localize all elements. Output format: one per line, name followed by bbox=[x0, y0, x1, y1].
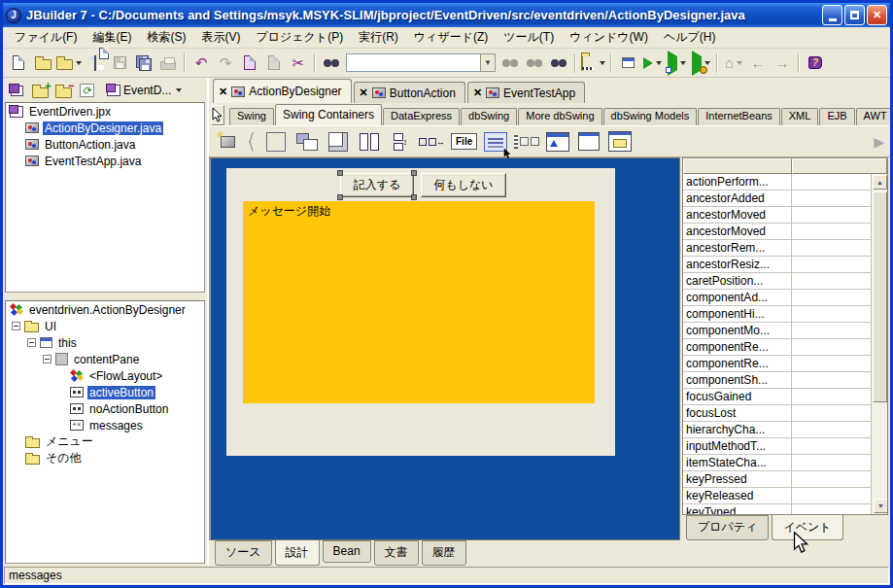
paste-button[interactable] bbox=[262, 52, 286, 75]
palette-item-panel[interactable] bbox=[263, 129, 289, 155]
structure-node-activebutton[interactable]: activeButton bbox=[6, 384, 204, 400]
designer-submit-button[interactable]: 記入する bbox=[340, 173, 414, 197]
refresh-button[interactable]: ⟳ bbox=[77, 81, 96, 100]
event-row[interactable]: actionPerform... bbox=[683, 174, 887, 190]
search-dropdown-button[interactable]: ▼ bbox=[480, 53, 496, 72]
palette-tab-swing-containers[interactable]: Swing Containers bbox=[275, 104, 382, 125]
event-row[interactable]: itemStateCha... bbox=[683, 455, 887, 471]
structure-node-flowlayout[interactable]: <FlowLayout> bbox=[6, 367, 204, 384]
find-button[interactable] bbox=[320, 52, 343, 75]
event-value-column-header[interactable] bbox=[792, 158, 887, 174]
reopen-dropdown-button[interactable] bbox=[55, 52, 83, 75]
structure-node-this[interactable]: this bbox=[6, 334, 204, 351]
event-row[interactable]: ancestorResiz... bbox=[683, 257, 887, 273]
event-name-column-header[interactable] bbox=[683, 158, 792, 174]
menu-search[interactable]: 検索(S) bbox=[139, 27, 193, 48]
incremental-search-button[interactable] bbox=[523, 52, 546, 75]
menu-project[interactable]: プロジェクト(P) bbox=[248, 27, 351, 48]
expander-icon[interactable] bbox=[43, 355, 52, 363]
tree-node-eventtestapp[interactable]: EventTestApp.java bbox=[6, 153, 204, 169]
palette-item-menu-bar[interactable]: File bbox=[451, 129, 477, 155]
remove-files-button[interactable] bbox=[53, 81, 73, 100]
find-in-path-button[interactable] bbox=[547, 52, 570, 75]
close-tab-icon[interactable]: ✕ bbox=[219, 86, 227, 98]
project-root-node[interactable]: EventDriven.jpx bbox=[6, 103, 204, 120]
help-button[interactable]: ? bbox=[804, 52, 827, 75]
event-row[interactable]: ancestorMoved bbox=[683, 224, 887, 240]
event-row[interactable]: hierarchyCha... bbox=[683, 422, 887, 438]
palette-tab-more-dbswing[interactable]: More dbSwing bbox=[518, 108, 601, 125]
tab-design[interactable]: 設計 bbox=[275, 539, 320, 566]
scroll-down-button[interactable]: ▼ bbox=[874, 499, 888, 513]
designer-noop-button[interactable]: 何もしない bbox=[421, 173, 506, 197]
home-button[interactable]: ⌂ bbox=[722, 52, 745, 75]
palette-item-file-chooser[interactable] bbox=[607, 129, 633, 155]
structure-node-menu[interactable]: メニュー bbox=[6, 433, 204, 450]
structure-node-other[interactable]: その他 bbox=[6, 450, 204, 467]
event-row[interactable]: ancestorRem... bbox=[683, 240, 887, 257]
structure-node-messages[interactable]: messages bbox=[6, 417, 204, 433]
menu-edit[interactable]: 編集(E) bbox=[85, 27, 139, 48]
palette-tab-awt[interactable]: AWT bbox=[856, 108, 893, 125]
tab-source[interactable]: ソース bbox=[215, 540, 272, 566]
palette-tab-ejb[interactable]: EJB bbox=[819, 108, 854, 125]
menu-wizard[interactable]: ウィザード(Z) bbox=[406, 27, 496, 48]
file-tab-actionbydesigner[interactable]: ✕ ActionByDesigner bbox=[213, 79, 352, 103]
search-input[interactable] bbox=[346, 53, 480, 72]
panel-splitter[interactable] bbox=[5, 293, 205, 300]
designer-canvas[interactable]: 記入する 何もしない メッセージ開始 bbox=[209, 157, 680, 540]
event-row[interactable]: focusLost bbox=[683, 405, 887, 422]
designer-messages-textarea[interactable]: メッセージ開始 bbox=[243, 201, 595, 403]
menu-tools[interactable]: ツール(T) bbox=[496, 27, 562, 48]
palette-item-color-chooser[interactable] bbox=[576, 129, 601, 155]
scrollbar-thumb[interactable] bbox=[873, 191, 887, 402]
debug-button[interactable] bbox=[665, 52, 688, 75]
close-tab-icon[interactable]: ✕ bbox=[473, 86, 482, 99]
palette-item-split-pane-vertical[interactable]: ↕ bbox=[388, 129, 413, 155]
tree-node-buttonaction[interactable]: ButtonAction.java bbox=[6, 136, 204, 153]
event-row[interactable]: keyReleased bbox=[683, 488, 887, 504]
make-project-button[interactable] bbox=[580, 52, 606, 75]
palette-item-scroll-pane[interactable] bbox=[326, 129, 351, 155]
event-row[interactable]: focusGained bbox=[683, 389, 887, 405]
forward-button[interactable]: → bbox=[771, 52, 794, 75]
event-row[interactable]: componentSh... bbox=[683, 372, 887, 389]
tab-history[interactable]: 履歴 bbox=[422, 540, 466, 566]
cut-button[interactable]: ✂ bbox=[287, 52, 310, 75]
open-button[interactable] bbox=[31, 52, 54, 75]
tab-events[interactable]: イベント bbox=[772, 514, 842, 540]
menu-help[interactable]: ヘルプ(H) bbox=[656, 27, 724, 48]
structure-node-ui[interactable]: UI bbox=[6, 318, 204, 334]
selection-handle[interactable] bbox=[337, 170, 343, 176]
selection-handle[interactable] bbox=[411, 194, 417, 200]
tab-bean[interactable]: Bean bbox=[323, 540, 371, 563]
palette-item-split-pane[interactable] bbox=[357, 129, 382, 155]
close-tab-icon[interactable]: ✕ bbox=[360, 86, 368, 99]
back-button[interactable]: ← bbox=[746, 52, 770, 75]
palette-tab-swing[interactable]: Swing bbox=[229, 108, 274, 125]
expander-icon[interactable] bbox=[12, 322, 20, 330]
close-project-button[interactable] bbox=[7, 81, 26, 100]
palette-item-popup-menu[interactable] bbox=[514, 129, 539, 155]
expander-icon[interactable] bbox=[27, 338, 36, 347]
palette-tab-dataexpress[interactable]: DataExpress bbox=[383, 108, 460, 125]
project-selector[interactable]: EventD... bbox=[104, 83, 185, 98]
event-row[interactable]: componentMo... bbox=[683, 323, 887, 339]
palette-item-option-pane[interactable] bbox=[545, 129, 570, 155]
undo-button[interactable]: ↶ bbox=[189, 52, 213, 75]
close-button[interactable]: ✕ bbox=[867, 5, 887, 25]
palette-tab-dbswing[interactable]: dbSwing bbox=[461, 108, 517, 125]
file-tab-buttonaction[interactable]: ✕ ButtonAction bbox=[354, 82, 465, 103]
menu-view[interactable]: 表示(V) bbox=[193, 27, 248, 48]
file-tab-eventtestapp[interactable]: ✕ EventTestApp bbox=[467, 82, 585, 103]
copy-button[interactable] bbox=[238, 52, 261, 75]
redo-button[interactable]: ↷ bbox=[214, 52, 237, 75]
project-properties-button[interactable] bbox=[616, 52, 639, 75]
selection-tool-button[interactable] bbox=[211, 105, 224, 125]
palette-tab-xml[interactable]: XML bbox=[781, 108, 819, 125]
structure-node-contentpane[interactable]: contentPane bbox=[6, 351, 204, 367]
event-row[interactable]: componentRe... bbox=[683, 356, 887, 372]
palette-item-tabbed-pane[interactable] bbox=[294, 129, 320, 155]
selection-handle[interactable] bbox=[337, 194, 343, 200]
palette-item-box[interactable]: ↔ bbox=[419, 129, 445, 155]
